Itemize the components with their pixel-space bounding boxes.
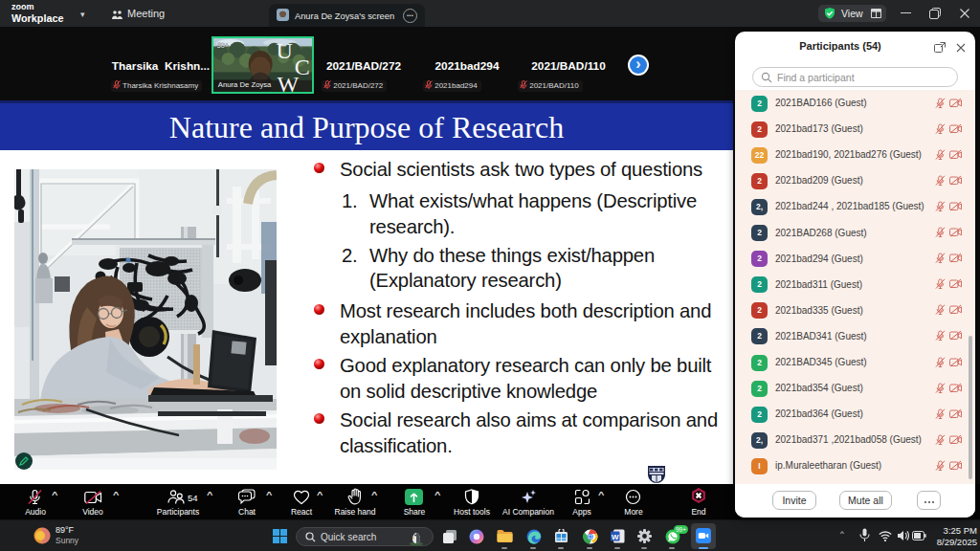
svg-text:Anura De Zoysa: Anura De Zoysa [218, 80, 272, 89]
svg-text:50+: 50+ [217, 42, 229, 50]
svg-text:W: W [277, 72, 299, 92]
svg-text:U: U [276, 38, 292, 62]
svg-text:W: W [612, 533, 619, 541]
